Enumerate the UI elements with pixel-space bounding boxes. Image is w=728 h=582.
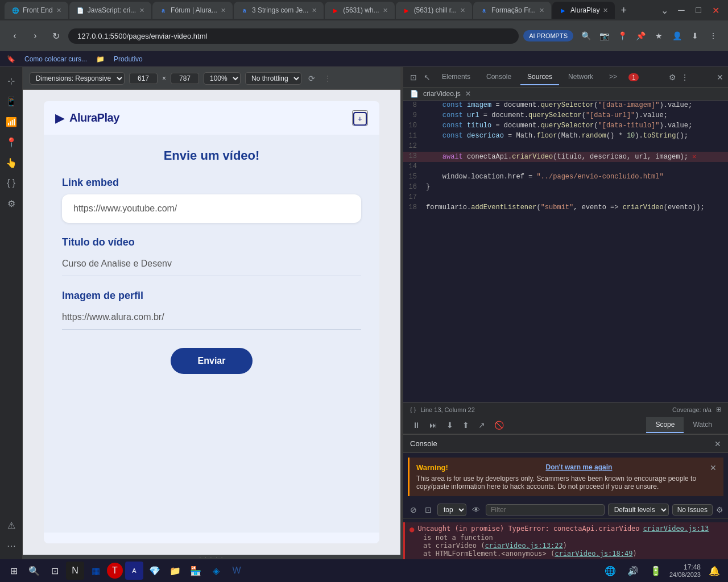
sidebar-warning-icon[interactable]: ⚠ — [2, 516, 20, 534]
search-tabs-button[interactable]: ⌄ — [656, 2, 672, 18]
debug-step-btn[interactable]: ↗ — [476, 419, 487, 431]
width-input[interactable] — [129, 73, 158, 84]
sidebar-cursor-icon[interactable]: ⊹ — [2, 72, 20, 90]
bookmark-cursor[interactable]: Como colocar curs... — [24, 55, 87, 63]
search-taskbar-icon[interactable]: 🔍 — [25, 562, 43, 580]
console-top-select[interactable]: top — [437, 504, 466, 516]
viewport-resize-handle[interactable]: · · · · · — [23, 555, 400, 559]
tab-close-forum[interactable]: ✕ — [221, 7, 226, 14]
tab-frontend[interactable]: 🌐 Front End ✕ — [5, 2, 68, 19]
ai-prompts-button[interactable]: AI PROMPTS — [523, 30, 573, 41]
close-button[interactable]: ✕ — [708, 2, 723, 18]
tab-close-yt2[interactable]: ✕ — [460, 7, 465, 14]
height-input[interactable] — [171, 73, 199, 84]
console-filter-icon[interactable]: ⊡ — [423, 504, 434, 516]
new-tab-button[interactable]: + — [616, 2, 631, 19]
back-button[interactable]: ‹ — [7, 28, 23, 44]
tab-close-strings[interactable]: ✕ — [312, 7, 317, 14]
taskbar-teams-icon[interactable]: T — [107, 563, 123, 579]
tab-network[interactable]: Network — [561, 69, 600, 85]
tab-close-formacao[interactable]: ✕ — [539, 7, 544, 14]
tab-close-aluraplay[interactable]: ✕ — [603, 7, 608, 14]
debug-deactivate-btn[interactable]: 🚫 — [492, 419, 506, 431]
console-settings-button[interactable]: ⚙ — [716, 505, 723, 514]
error-link-3[interactable]: criarVideo.js:18:49 — [555, 550, 632, 558]
profile-button[interactable]: 👤 — [669, 28, 685, 44]
zoom-select[interactable]: 100% — [204, 72, 241, 85]
debug-step-over-btn[interactable]: ⏭ — [427, 419, 440, 431]
console-clear-btn[interactable]: ⊘ — [408, 504, 419, 516]
tab-elements[interactable]: Elements — [435, 69, 477, 85]
taskbar-sound-icon[interactable]: 🔊 — [624, 562, 642, 580]
tab-scope[interactable]: Scope — [646, 417, 684, 433]
debug-step-into-btn[interactable]: ⬇ — [444, 419, 456, 431]
devtools-inspect-icon[interactable]: ⊡ — [408, 70, 419, 84]
link-embed-input[interactable] — [62, 194, 361, 223]
tab-aluraplay[interactable]: ▶ AluraPlay ✕ — [552, 2, 615, 19]
menu-button[interactable]: ⋮ — [705, 28, 721, 44]
sidebar-network-icon[interactable]: 📶 — [2, 113, 20, 131]
console-filter-input[interactable] — [486, 504, 605, 516]
error-link-2[interactable]: criarVideo.js:13:22 — [485, 542, 562, 550]
devtools-more-btn[interactable]: ⋮ — [681, 73, 689, 82]
taskbar-time[interactable]: 17:48 24/08/2023 — [669, 563, 701, 578]
forward-button[interactable]: › — [27, 28, 43, 44]
search-button[interactable]: 🔍 — [578, 28, 594, 44]
titulo-input[interactable] — [62, 254, 361, 273]
screenshot-button[interactable]: 📷 — [596, 28, 612, 44]
tab-close[interactable]: ✕ — [56, 7, 61, 14]
rotate-icon[interactable]: ⟳ — [306, 73, 317, 84]
devtools-settings-icon[interactable]: ⚙ — [667, 70, 679, 84]
pin-button[interactable]: 📌 — [632, 28, 648, 44]
taskbar-notification-icon[interactable]: 🔔 — [705, 562, 723, 580]
maximize-button[interactable]: □ — [690, 2, 706, 18]
sidebar-phone-icon[interactable]: 📱 — [2, 92, 20, 110]
imagem-input[interactable] — [62, 307, 361, 327]
devtools-close-button[interactable]: ✕ — [717, 73, 723, 82]
taskbar-alura-icon[interactable]: A — [125, 562, 143, 580]
console-level-select[interactable]: Default levels — [608, 504, 669, 516]
dimensions-select[interactable]: Dimensions: Responsive — [30, 72, 125, 85]
minimize-button[interactable]: ─ — [673, 2, 689, 18]
tab-js[interactable]: 📄 JavaScript: cri... ✕ — [69, 2, 151, 19]
tab-close-js[interactable]: ✕ — [139, 7, 144, 14]
taskbar-battery-icon[interactable]: 🔋 — [647, 562, 665, 580]
tab-yt2[interactable]: ▶ (5631) chill r... ✕ — [396, 2, 472, 19]
tab-console-header[interactable]: Console — [479, 69, 518, 85]
sidebar-location-icon[interactable]: 📍 — [2, 133, 20, 151]
taskbar-obsidian-icon[interactable]: 💎 — [146, 562, 164, 580]
sidebar-more-icon[interactable]: ⋯ — [2, 537, 20, 555]
throttle-select[interactable]: No throttling — [245, 72, 301, 85]
enviar-button[interactable]: Enviar — [171, 348, 253, 374]
error-link-1[interactable]: criarVideo.js:13 — [643, 525, 709, 533]
task-view-icon[interactable]: ⊡ — [46, 562, 64, 580]
bookmark-button[interactable]: ★ — [651, 28, 667, 44]
download-button[interactable]: ⬇ — [687, 28, 703, 44]
dont-warn-link[interactable]: Don't warn me again — [545, 463, 612, 472]
tab-strings[interactable]: a 3 Strings com Je... ✕ — [234, 2, 324, 19]
taskbar-store-icon[interactable]: 🏪 — [187, 562, 205, 580]
sidebar-code-icon[interactable]: { } — [2, 174, 20, 192]
bookmark-produtivo[interactable]: Produtivo — [114, 55, 143, 63]
source-file-name[interactable]: criarVideo.js — [423, 90, 461, 98]
tab-yt1[interactable]: ▶ (5631) wh... ✕ — [325, 2, 394, 19]
console-close-button[interactable]: ✕ — [714, 439, 721, 448]
refresh-button[interactable]: ↻ — [48, 28, 64, 44]
tab-watch[interactable]: Watch — [684, 417, 721, 433]
taskbar-vscode-icon[interactable]: ◈ — [207, 562, 225, 580]
tab-close-yt1[interactable]: ✕ — [383, 7, 388, 14]
address-bar[interactable] — [68, 28, 519, 44]
debug-step-out-btn[interactable]: ⬆ — [460, 419, 471, 431]
tab-forum[interactable]: a Fórum | Alura... ✕ — [152, 2, 233, 19]
tab-formacao[interactable]: a Formação Fr... ✕ — [473, 2, 551, 19]
start-button[interactable]: ⊞ — [5, 562, 23, 580]
add-video-button[interactable]: + — [352, 110, 368, 126]
no-issues-button[interactable]: No Issues — [672, 504, 713, 516]
tab-sources[interactable]: Sources — [520, 69, 559, 85]
taskbar-network-icon[interactable]: 🌐 — [601, 562, 619, 580]
taskbar-notion-icon[interactable]: N — [66, 562, 84, 580]
taskbar-trello-icon[interactable]: ▦ — [86, 562, 105, 580]
taskbar-files-icon[interactable]: 📁 — [166, 562, 184, 580]
debug-pause-btn[interactable]: ⏸ — [410, 419, 423, 431]
sidebar-settings-icon[interactable]: ⚙ — [2, 194, 20, 213]
